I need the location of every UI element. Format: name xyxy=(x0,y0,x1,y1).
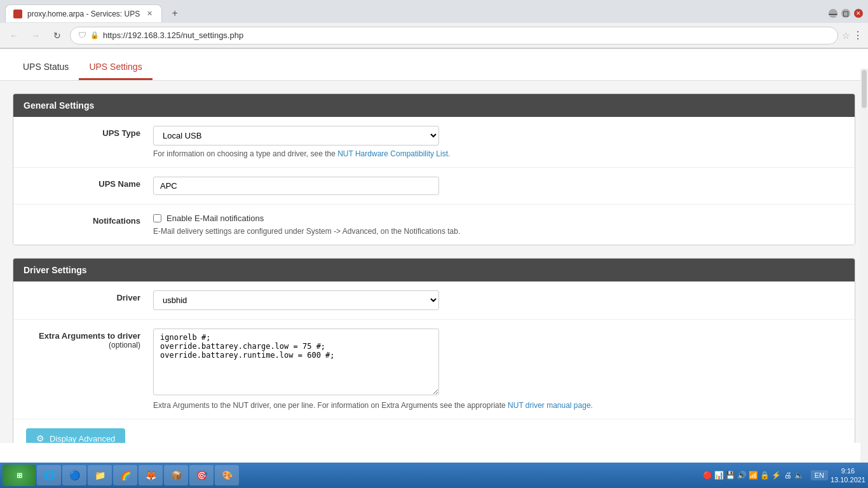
taskbar-language: EN xyxy=(811,470,828,480)
ups-type-row: UPS Type Local USB Network UPS SNMP UPS … xyxy=(13,117,855,168)
taskbar-icon-6: 🎯 xyxy=(194,468,208,482)
maximize-button[interactable]: □ xyxy=(841,9,850,18)
taskbar-right: 🔴 📊 💾 🔊 📶 🔒 ⚡ 🖨 🔈 EN 9:16 13.10.2021 xyxy=(699,466,865,485)
scrollbar-thumb xyxy=(862,70,867,108)
taskbar-item-chrome[interactable]: 🌈 xyxy=(113,465,137,485)
address-bar-actions: ☆ ⋮ xyxy=(842,29,863,41)
shield-icon: 🛡 xyxy=(78,30,86,40)
notifications-checkbox[interactable] xyxy=(153,214,161,222)
clock-time: 9:16 xyxy=(831,466,865,475)
ups-type-help: For information on choosing a type and d… xyxy=(153,149,842,158)
firefox-icon: 🦊 xyxy=(144,468,158,482)
general-settings-section: General Settings UPS Type Local USB Netw… xyxy=(13,93,855,245)
tray-icon-6: 🔒 xyxy=(760,470,770,480)
extra-args-textarea[interactable]: ignorelb #; override.battarey.charge.low… xyxy=(153,329,439,395)
taskbar: ⊞ 🌐 🔵 📁 🌈 🦊 📦 🎯 🎨 🔴 📊 💾 🔊 📶 🔒 ⚡ 🖨 🔈 xyxy=(0,463,868,488)
start-button[interactable]: ⊞ xyxy=(3,464,36,486)
taskbar-icon-3: 📁 xyxy=(93,468,107,482)
windows-logo: ⊞ xyxy=(17,471,22,480)
taskbar-item-6[interactable]: 🎯 xyxy=(189,465,214,485)
ie-icon: 🌐 xyxy=(42,468,56,482)
ups-name-input[interactable] xyxy=(153,177,439,195)
taskbar-item-ie[interactable]: 🌐 xyxy=(37,465,61,485)
notifications-help: E-Mail delivery settings are configured … xyxy=(153,227,842,236)
clock-date: 13.10.2021 xyxy=(831,475,865,484)
chrome-icon: 🌈 xyxy=(118,468,132,482)
notifications-checkbox-row: Enable E-Mail notifications xyxy=(153,214,842,223)
tray-icon-4: 🔊 xyxy=(737,470,747,480)
taskbar-item-5[interactable]: 📦 xyxy=(164,465,188,485)
tab-title: proxy.home.arpa - Services: UPS xyxy=(27,10,140,18)
driver-row: Driver usbhid blazer_usb nutdrv_qx xyxy=(13,281,855,320)
tray-icon-1: 🔴 xyxy=(703,470,713,480)
url-text: https://192.168.3.125/nut_settings.php xyxy=(103,30,830,40)
tray-icon-9: 🔈 xyxy=(794,470,804,480)
extra-args-label: Extra Arguments to driver (optional) xyxy=(26,329,153,349)
tray-icon-7: ⚡ xyxy=(771,470,782,480)
new-tab-button[interactable]: + xyxy=(167,6,182,21)
tab-ups-settings[interactable]: UPS Settings xyxy=(79,55,152,80)
bookmark-button[interactable]: ☆ xyxy=(842,30,850,41)
driver-settings-header: Driver Settings xyxy=(13,259,855,281)
gear-icon: ⚙ xyxy=(36,433,44,443)
forward-button[interactable]: → xyxy=(27,27,44,44)
driver-control: usbhid blazer_usb nutdrv_qx xyxy=(153,290,842,310)
general-settings-body: UPS Type Local USB Network UPS SNMP UPS … xyxy=(13,117,855,245)
page-content: UPS Status UPS Settings General Settings… xyxy=(0,49,868,443)
ups-name-label: UPS Name xyxy=(26,177,153,189)
notifications-control: Enable E-Mail notifications E-Mail deliv… xyxy=(153,214,842,236)
tray-icon-8: 🖨 xyxy=(783,470,793,480)
tab-close-button[interactable]: ✕ xyxy=(145,10,154,18)
notifications-checkbox-label: Enable E-Mail notifications xyxy=(166,214,264,223)
driver-settings-section: Driver Settings Driver usbhid blazer_usb… xyxy=(13,258,855,443)
taskbar-item-2[interactable]: 🔵 xyxy=(62,465,86,485)
back-button[interactable]: ← xyxy=(5,27,23,44)
taskbar-icon-2: 🔵 xyxy=(67,468,81,482)
tray-icon-3: 💾 xyxy=(726,470,736,480)
taskbar-item-7[interactable]: 🎨 xyxy=(215,465,239,485)
notifications-row: Notifcations Enable E-Mail notifications… xyxy=(13,205,855,245)
driver-label: Driver xyxy=(26,290,153,302)
taskbar-icon-5: 📦 xyxy=(169,468,183,482)
browser-scrollbar[interactable] xyxy=(860,69,868,463)
ups-type-control: Local USB Network UPS SNMP UPS For infor… xyxy=(153,126,842,158)
taskbar-clock: 9:16 13.10.2021 xyxy=(831,466,865,485)
page-tabs: UPS Status UPS Settings xyxy=(0,49,868,81)
extra-args-help: Extra Arguments to the NUT driver, one p… xyxy=(153,401,842,410)
extra-args-control: ignorelb #; override.battarey.charge.low… xyxy=(153,329,842,410)
address-bar-row: ← → ↻ 🛡 🔒 https://192.168.3.125/nut_sett… xyxy=(0,23,868,48)
address-bar[interactable]: 🛡 🔒 https://192.168.3.125/nut_settings.p… xyxy=(70,27,838,44)
tray-icon-2: 📊 xyxy=(714,470,724,480)
taskbar-icon-7: 🎨 xyxy=(220,468,234,482)
ups-name-control xyxy=(153,177,842,195)
driver-select[interactable]: usbhid blazer_usb nutdrv_qx xyxy=(153,290,439,310)
tray-icon-5: 📶 xyxy=(749,470,759,480)
taskbar-tray: 🔴 📊 💾 🔊 📶 🔒 ⚡ 🖨 🔈 xyxy=(699,470,808,480)
close-button[interactable]: ✕ xyxy=(854,9,863,18)
ups-type-select[interactable]: Local USB Network UPS SNMP UPS xyxy=(153,126,439,146)
nut-compatibility-link[interactable]: NUT Hardware Compatibility List. xyxy=(337,149,450,158)
display-advanced-row: ⚙ Display Advanced xyxy=(13,419,855,443)
reload-button[interactable]: ↻ xyxy=(48,27,66,44)
ups-type-label: UPS Type xyxy=(26,126,153,138)
driver-settings-body: Driver usbhid blazer_usb nutdrv_qx Extra… xyxy=(13,281,855,443)
nut-driver-manual-link[interactable]: NUT driver manual page. xyxy=(508,401,593,410)
notifications-label: Notifcations xyxy=(26,214,153,226)
minimize-button[interactable]: — xyxy=(829,9,837,18)
tab-favicon xyxy=(13,10,22,18)
display-advanced-button[interactable]: ⚙ Display Advanced xyxy=(26,428,125,443)
ups-name-row: UPS Name xyxy=(13,168,855,205)
taskbar-item-firefox[interactable]: 🦊 xyxy=(139,465,163,485)
title-bar: proxy.home.arpa - Services: UPS ✕ + — □ … xyxy=(0,0,868,23)
tab-ups-status[interactable]: UPS Status xyxy=(13,55,79,80)
browser-tab[interactable]: proxy.home.arpa - Services: UPS ✕ xyxy=(5,4,162,22)
lock-icon: 🔒 xyxy=(90,31,99,39)
menu-button[interactable]: ⋮ xyxy=(853,29,863,41)
general-settings-header: General Settings xyxy=(13,94,855,117)
taskbar-item-3[interactable]: 📁 xyxy=(88,465,112,485)
extra-args-row: Extra Arguments to driver (optional) ign… xyxy=(13,320,855,419)
